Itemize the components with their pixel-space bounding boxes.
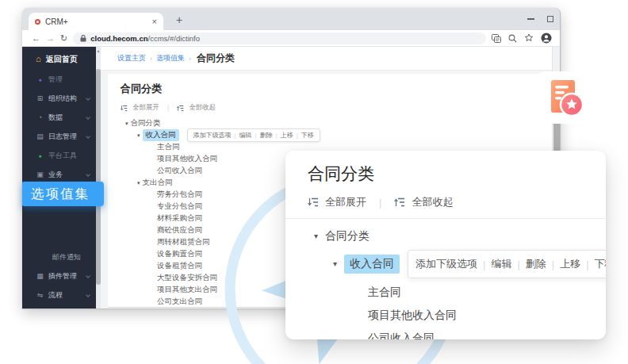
app-sidebar: ⌂ 返回首页 ●管理⊞组织结构◔数据▤日志管理●平台工具▣业务对象管理邮件通知▦… (22, 47, 96, 308)
tree-item-label: 公司支出合同 (157, 297, 202, 307)
sidebar-item-管理[interactable]: ●管理 (22, 70, 96, 89)
tab-close-icon[interactable]: × (152, 17, 157, 26)
overlay-tree-controls: 全部展开 | 全部收起 (308, 195, 606, 209)
tree-item-label: 周转材租赁合同 (157, 237, 210, 247)
browser-tab[interactable]: CRM+ × (29, 13, 163, 30)
bookmark-star-icon[interactable] (524, 33, 534, 43)
toolbar-action-上移[interactable]: 上移 (560, 257, 580, 271)
toolbar-action-删除[interactable]: 删除 (526, 257, 546, 271)
address-bar-actions (492, 33, 552, 44)
breadcrumb-separator: › (150, 55, 152, 63)
browser-address-bar: ← → ↻ cloud.hecom.cn/ccms/#/dictinfo (22, 30, 560, 47)
new-tab-button[interactable]: + (171, 12, 187, 28)
tree-item-label: 公司收入合同 (368, 331, 435, 340)
toolbar-separator: | (552, 259, 554, 270)
window-maximize-button[interactable] (547, 16, 553, 22)
toolbar-action-下移[interactable]: 下移 (595, 257, 606, 271)
sidebar-home-label: 返回首页 (46, 54, 78, 65)
expand-all-button[interactable]: 全部展开 (325, 195, 366, 209)
breadcrumb: 设置主页 › 选项值集 › 合同分类 (101, 47, 560, 71)
chevron-down-icon (86, 172, 90, 177)
chevron-down-icon (86, 96, 90, 101)
toolbar-separator: | (517, 259, 519, 270)
zoom-preview-panel: 合同分类 全部展开 | 全部收起 ▾合同分类▾收入合同添加下级选项|编辑|删除|… (285, 151, 606, 339)
tree-item-label: 公司收入合同 (157, 166, 202, 176)
tree-item-label: 商砼供应合同 (157, 225, 202, 236)
sidebar-item-流程[interactable]: ⇋流程 (22, 285, 96, 305)
sidebar-item-组织结构[interactable]: ⊞组织结构 (22, 89, 96, 108)
tree-item-公司收入合同[interactable]: 公司收入合同 (308, 327, 606, 339)
expand-all-button[interactable]: 全部展开 (132, 103, 159, 113)
sidebar-item-日志管理[interactable]: ▤日志管理 (22, 127, 96, 146)
toolbar-separator: | (297, 132, 298, 139)
caret-down-icon[interactable]: ▾ (125, 121, 128, 126)
chevron-down-icon (86, 274, 90, 278)
collapse-all-button[interactable]: 全部收起 (189, 103, 216, 113)
caret-down-icon[interactable]: ▾ (314, 232, 318, 240)
tree-item-合同分类[interactable]: ▾合同分类 (121, 117, 541, 129)
chevron-down-icon (86, 115, 90, 120)
callout-spacer (22, 203, 96, 247)
caret-down-icon[interactable]: ▾ (137, 132, 140, 138)
sidebar-item-插件管理[interactable]: ▦插件管理 (22, 266, 96, 285)
url-text: cloud.hecom.cn/ccms/#/dictinfo (90, 34, 200, 43)
sidebar-item-dict-callout[interactable]: 选项值集 (22, 182, 104, 206)
breadcrumb-link-dict[interactable]: 选项值集 (156, 53, 185, 63)
home-icon: ⌂ (36, 55, 41, 63)
clock-icon: ◔ (36, 114, 44, 121)
side-panel-icon[interactable] (492, 34, 501, 43)
briefcase-icon: ▣ (36, 171, 44, 178)
back-button[interactable]: ← (32, 34, 40, 43)
controls-separator: | (379, 197, 381, 209)
tree-item-toolbar: 添加下级选项|编辑|删除|上移|下移 (408, 250, 606, 278)
toolbar-action-编辑[interactable]: 编辑 (239, 131, 252, 140)
tree-item-label: 合同分类 (325, 229, 370, 243)
log-icon: ▤ (36, 133, 44, 140)
toolbar-action-编辑[interactable]: 编辑 (491, 257, 511, 271)
sidebar-item-平台工具[interactable]: ●平台工具 (22, 146, 96, 165)
org-structure-icon: ⊞ (36, 95, 44, 102)
collapse-all-icon (177, 105, 184, 112)
sidebar-item-数据[interactable]: ◔数据 (22, 108, 96, 127)
tree-item-收入合同[interactable]: ▾收入合同添加下级选项|编辑|删除|上移|下移 (308, 247, 606, 281)
divider (285, 218, 606, 219)
tree-item-label: 劳务分包合同 (157, 190, 202, 200)
toolbar-action-添加下级选项[interactable]: 添加下级选项 (193, 131, 232, 140)
tree-item-项目其他收入合同[interactable]: 项目其他收入合同 (308, 304, 606, 327)
toolbar-action-上移[interactable]: 上移 (281, 131, 293, 140)
window-minimize-button[interactable] (527, 18, 534, 20)
sidebar-item-home[interactable]: ⌂ 返回首页 (22, 48, 96, 70)
toolbar-action-下移[interactable]: 下移 (301, 131, 314, 140)
caret-down-icon[interactable]: ▾ (333, 260, 337, 268)
plugin-icon: ▦ (36, 273, 44, 280)
tree-item-label: 项目其他收入合同 (157, 154, 217, 164)
zoom-icon[interactable] (508, 34, 517, 43)
collapse-all-button[interactable]: 全部收起 (412, 195, 453, 209)
toolbar-separator: | (276, 132, 278, 139)
sidebar-item-邮件通知[interactable]: 邮件通知 (22, 247, 96, 266)
tree-item-合同分类[interactable]: ▾合同分类 (308, 224, 606, 247)
tree-item-主合同[interactable]: 主合同 (308, 281, 606, 304)
sidebar-item-label: 平台工具 (48, 151, 77, 161)
caret-down-icon[interactable]: ▾ (137, 180, 140, 186)
tree-item-收入合同[interactable]: ▾收入合同添加下级选项|编辑|删除|上移|下移 (121, 129, 541, 141)
toolbar-action-添加下级选项[interactable]: 添加下级选项 (415, 257, 477, 271)
sidebar-item-label: 日志管理 (48, 132, 77, 142)
tree-item-label: 项目其他支出合同 (157, 285, 217, 295)
tree-item-label: 大型设备安拆合同 (157, 273, 217, 283)
tree-item-label: 项目其他收入合同 (368, 308, 457, 323)
dict-app-badge-icon (534, 71, 590, 124)
forward-button[interactable]: → (46, 34, 55, 43)
url-field[interactable]: cloud.hecom.cn/ccms/#/dictinfo (73, 33, 486, 44)
sidebar-item-label: 数据 (48, 113, 63, 123)
reload-button[interactable]: ↻ (60, 34, 67, 43)
expand-all-icon (308, 197, 319, 208)
breadcrumb-link-home[interactable]: 设置主页 (117, 53, 146, 63)
sidebar-item-分析[interactable]: ◩分析 (22, 305, 96, 308)
sidebar-item-label: 组织结构 (48, 94, 77, 104)
toolbar-action-删除[interactable]: 删除 (260, 131, 273, 140)
tree-item-label: 收入合同 (143, 129, 179, 141)
breadcrumb-separator: › (189, 55, 191, 63)
profile-avatar[interactable] (541, 33, 552, 44)
toolbar-separator: | (235, 132, 236, 139)
